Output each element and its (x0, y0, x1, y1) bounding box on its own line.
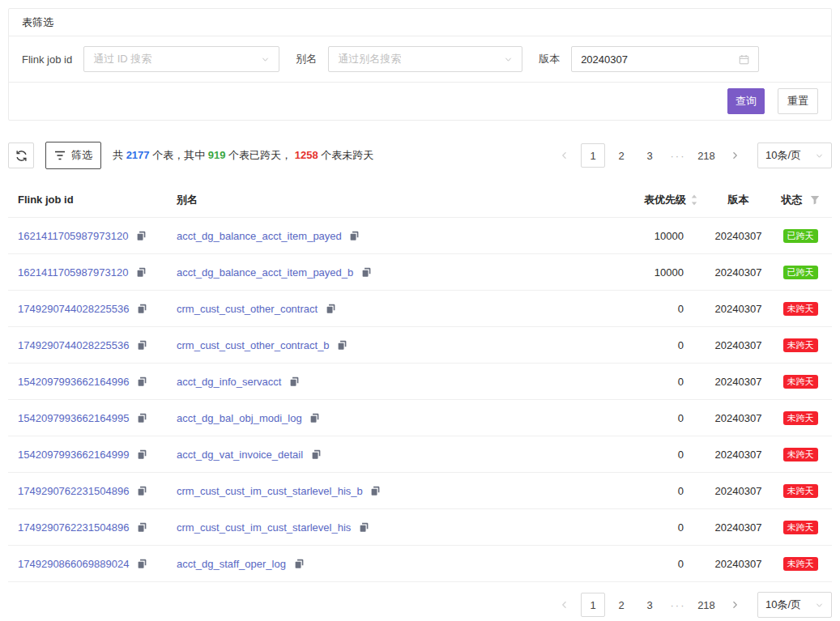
copy-icon[interactable] (137, 559, 147, 569)
job-id-link[interactable]: 1749290866069889024 (18, 558, 129, 570)
alias-label: 别名 (296, 52, 317, 66)
alias-link[interactable]: acct_dg_info_servacct (177, 376, 281, 388)
page-number-3[interactable]: 3 (637, 143, 662, 168)
filter-form: Flink job id 通过 ID 搜索 别名 通过别名搜索 (9, 36, 831, 82)
prev-page-button[interactable] (552, 143, 577, 168)
status-badge: 未跨天 (783, 521, 818, 534)
page-number-3[interactable]: 3 (637, 593, 662, 617)
status-cell: 未跨天 (769, 521, 832, 534)
page-number-2[interactable]: 2 (609, 593, 633, 617)
job-id-link[interactable]: 1749290762231504896 (18, 521, 129, 534)
filter-button[interactable]: 筛选 (45, 142, 101, 169)
status-badge: 未跨天 (783, 338, 818, 352)
copy-icon[interactable] (137, 340, 147, 351)
summary-crossed-count: 919 (208, 149, 226, 161)
priority-cell: 0 (562, 449, 708, 461)
copy-icon[interactable] (294, 559, 305, 569)
alias-cell: acct_dg_bal_obj_modi_log (167, 412, 562, 424)
copy-icon[interactable] (137, 449, 147, 460)
copy-icon[interactable] (311, 449, 322, 460)
status-cell: 未跨天 (769, 338, 832, 352)
copy-icon[interactable] (326, 304, 336, 314)
pagination-ellipsis[interactable]: ··· (666, 143, 690, 168)
alias-select[interactable]: 通过别名搜索 (328, 46, 522, 72)
job-id-link[interactable]: 1542097993662164996 (18, 376, 129, 388)
copy-icon[interactable] (137, 304, 147, 314)
refresh-button[interactable] (8, 142, 34, 168)
version-cell: 20240307 (708, 412, 769, 424)
table-body: 1621411705987973120 acct_dg_balance_acct… (8, 218, 832, 582)
job-id-link[interactable]: 1749290762231504896 (18, 485, 129, 497)
copy-icon[interactable] (349, 231, 360, 241)
copy-icon[interactable] (136, 267, 147, 278)
reset-button[interactable]: 重置 (778, 88, 818, 114)
status-cell: 未跨天 (769, 411, 832, 425)
table-header: Flink job id 别名 表优先级 版本 状态 (8, 182, 832, 218)
bottom-bar: 1 2 3 ··· 218 10条/页 (8, 592, 832, 621)
job-id-link[interactable]: 1542097993662164995 (18, 412, 129, 424)
copy-icon[interactable] (359, 522, 369, 533)
status-cell: 未跨天 (769, 557, 832, 571)
status-cell: 已跨天 (769, 266, 832, 279)
sort-icon[interactable] (690, 194, 698, 206)
copy-icon[interactable] (137, 376, 147, 387)
alias-link[interactable]: acct_dg_balance_acct_item_payed (177, 230, 342, 242)
alias-link[interactable]: crm_cust_cust_im_cust_starlevel_his_b (177, 485, 363, 497)
job-id-link[interactable]: 1542097993662164999 (18, 449, 129, 461)
copy-icon[interactable] (136, 231, 147, 241)
query-button[interactable]: 查询 (727, 88, 765, 114)
alias-link[interactable]: acct_dg_bal_obj_modi_log (177, 412, 302, 424)
alias-cell: crm_cust_cust_im_cust_starlevel_his_b (167, 485, 562, 497)
page-number-1[interactable]: 1 (581, 143, 605, 168)
page-number-1[interactable]: 1 (581, 593, 605, 617)
page-number-2[interactable]: 2 (609, 143, 633, 168)
copy-icon[interactable] (309, 413, 320, 423)
job-id-cell: 1621411705987973120 (8, 266, 167, 279)
page-size-select[interactable]: 10条/页 (757, 142, 832, 168)
alias-link[interactable]: crm_cust_cust_im_cust_starlevel_his (177, 521, 351, 534)
alias-link[interactable]: acct_dg_balance_acct_item_payed_b (177, 266, 353, 279)
version-cell: 20240307 (708, 485, 769, 497)
page-size-select[interactable]: 10条/页 (757, 592, 832, 618)
copy-icon[interactable] (370, 486, 381, 496)
status-badge: 未跨天 (783, 557, 818, 571)
priority-cell: 0 (562, 339, 708, 351)
alias-link[interactable]: crm_cust_cust_other_contract_b (177, 339, 330, 351)
status-cell: 未跨天 (769, 448, 832, 461)
alias-link[interactable]: acct_dg_vat_invoice_detail (177, 449, 303, 461)
job-id-placeholder: 通过 ID 搜索 (93, 52, 151, 66)
table-row: 1749290866069889024 acct_dg_staff_oper_l… (8, 546, 832, 582)
alias-link[interactable]: crm_cust_cust_other_contract (177, 303, 318, 315)
column-header-priority[interactable]: 表优先级 (562, 193, 708, 207)
job-id-link[interactable]: 1749290744028225536 (18, 303, 129, 315)
copy-icon[interactable] (137, 522, 147, 533)
filter-card-title: 表筛选 (9, 9, 831, 36)
copy-icon[interactable] (289, 376, 300, 387)
pagination-ellipsis[interactable]: ··· (666, 593, 690, 617)
column-header-version: 版本 (708, 193, 769, 207)
copy-icon[interactable] (337, 340, 348, 351)
prev-page-button[interactable] (552, 593, 577, 617)
version-cell: 20240307 (708, 339, 769, 351)
version-cell: 20240307 (708, 449, 769, 461)
alias-cell: acct_dg_info_servacct (167, 376, 562, 388)
job-id-link[interactable]: 1621411705987973120 (18, 266, 128, 279)
alias-field: 别名 通过别名搜索 (296, 46, 522, 72)
copy-icon[interactable] (137, 486, 147, 496)
copy-icon[interactable] (361, 267, 372, 278)
column-filter-icon[interactable] (810, 195, 820, 205)
page-number-last[interactable]: 218 (694, 593, 718, 617)
version-date-input[interactable]: 20240307 (571, 46, 759, 72)
job-id-link[interactable]: 1621411705987973120 (18, 230, 128, 242)
chevron-down-icon (261, 55, 270, 64)
next-page-button[interactable] (723, 143, 747, 168)
alias-link[interactable]: acct_dg_staff_oper_log (177, 558, 286, 570)
table-row: 1621411705987973120 acct_dg_balance_acct… (8, 218, 832, 254)
next-page-button[interactable] (723, 593, 747, 617)
table-row: 1749290744028225536 crm_cust_cust_other_… (8, 327, 832, 364)
job-id-select[interactable]: 通过 ID 搜索 (83, 46, 279, 72)
job-id-link[interactable]: 1749290744028225536 (18, 339, 129, 351)
filter-actions: 查询 重置 (9, 82, 831, 120)
copy-icon[interactable] (137, 413, 147, 423)
page-number-last[interactable]: 218 (694, 143, 718, 168)
